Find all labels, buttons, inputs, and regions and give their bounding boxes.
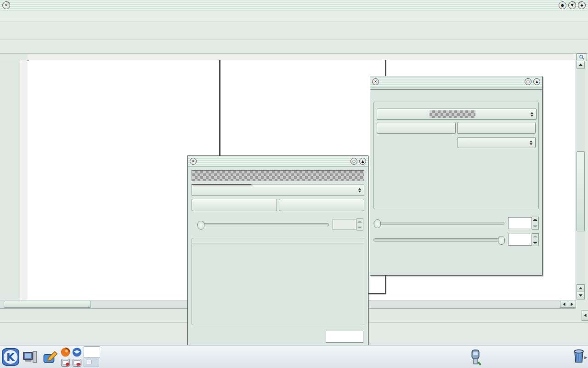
hscroll-thumb[interactable] xyxy=(4,301,91,308)
offset-entry[interactable] xyxy=(333,219,356,230)
scroll-down-icon[interactable] xyxy=(577,292,585,299)
scroll-up-icon[interactable] xyxy=(577,61,585,69)
dialog-close-icon[interactable]: ✕ xyxy=(190,158,197,165)
desktop: ✕ ● ▼ ◆ xyxy=(0,0,588,368)
vertical-scrollbar[interactable] xyxy=(576,60,585,300)
fill-stroke-titlebar[interactable]: ✕ ○ ▲ xyxy=(370,76,542,87)
dialog-button-icon[interactable]: ○ xyxy=(525,78,531,85)
add-stop-button[interactable] xyxy=(192,199,277,211)
opacity-slider-handle[interactable] xyxy=(498,236,505,245)
delete-stop-button[interactable] xyxy=(279,199,364,211)
note-editor-icon[interactable] xyxy=(42,349,58,366)
stop-selector[interactable] xyxy=(192,184,364,196)
scroll-up2-icon[interactable] xyxy=(577,284,585,292)
gradient-preview-strip xyxy=(192,170,364,181)
offset-slider-handle[interactable] xyxy=(198,221,204,230)
stop-dropdown-list xyxy=(192,184,251,185)
dialog-button-icon[interactable]: ○ xyxy=(351,158,357,165)
window-shade-icon[interactable]: ◆ xyxy=(578,1,586,9)
taskbar: K ▸ xyxy=(0,345,588,368)
master-opacity-entry[interactable] xyxy=(508,234,532,246)
panel-hide-arrow-icon[interactable]: ▸ xyxy=(584,354,588,361)
pager-desktop-1[interactable] xyxy=(84,346,100,357)
vertical-ruler[interactable] xyxy=(20,60,28,300)
vscroll-thumb[interactable] xyxy=(577,151,585,231)
scroll-right-icon[interactable] xyxy=(568,301,576,308)
repeat-selector[interactable] xyxy=(458,137,536,148)
gradient-preview-swatch xyxy=(430,110,475,118)
scroll-left-icon[interactable] xyxy=(560,301,568,308)
fill-and-stroke-dialog: ✕ ○ ▲ xyxy=(370,76,543,276)
stop-color-frame xyxy=(192,238,364,325)
svg-text:K: K xyxy=(6,351,16,364)
dialog-shade-icon[interactable]: ▲ xyxy=(533,78,540,85)
inkscape-titlebar[interactable]: ✕ ● ▼ ◆ xyxy=(0,0,588,11)
duplicate-gradient-button[interactable] xyxy=(377,122,456,134)
toolbox xyxy=(0,60,20,300)
horizontal-ruler[interactable] xyxy=(28,54,576,61)
edit-gradient-button[interactable] xyxy=(457,122,536,134)
selection-box[interactable] xyxy=(28,60,28,61)
gradient-editor-titlebar[interactable]: ✕ ○ ▲ xyxy=(188,156,368,167)
master-opacity-slider[interactable] xyxy=(373,238,504,242)
window-maximize-icon[interactable]: ▼ xyxy=(568,1,576,9)
dialog-close-icon[interactable]: ✕ xyxy=(372,78,379,85)
blur-entry[interactable] xyxy=(508,217,532,229)
dialog-shade-icon[interactable]: ▲ xyxy=(359,158,366,165)
mail-1-icon[interactable] xyxy=(60,357,71,368)
gradient-editor-dialog: ✕ ○ ▲ xyxy=(187,155,368,346)
window-minimize-icon[interactable]: ● xyxy=(559,1,566,9)
gradient-selector[interactable] xyxy=(377,109,537,120)
menubar xyxy=(0,11,588,22)
tool-options-toolbar xyxy=(0,40,588,54)
linear-gradient-frame xyxy=(373,102,539,209)
pager-desktop-2[interactable] xyxy=(84,357,99,367)
palette-scroll-left-icon[interactable] xyxy=(582,310,588,321)
blur-slider[interactable] xyxy=(373,222,504,225)
window-close-icon[interactable]: ✕ xyxy=(2,1,10,9)
offset-slider[interactable] xyxy=(197,223,329,226)
usb-device-icon[interactable] xyxy=(467,348,484,367)
kmenu-icon[interactable]: K xyxy=(1,348,20,368)
commands-toolbar xyxy=(0,22,588,40)
desktop-access-icon[interactable] xyxy=(22,349,38,366)
blur-slider-handle[interactable] xyxy=(374,219,381,228)
mail-2-icon[interactable] xyxy=(72,357,82,368)
rgba-entry[interactable] xyxy=(326,331,363,343)
